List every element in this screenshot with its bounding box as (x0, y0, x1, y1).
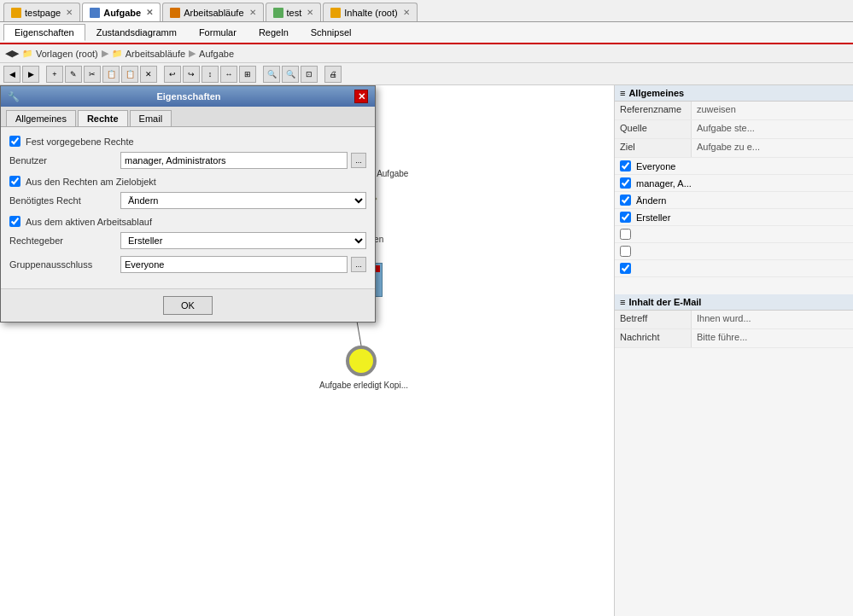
rp-checkbox-everyone[interactable] (620, 160, 631, 171)
tb-btn-8[interactable]: ↩ (164, 66, 181, 83)
tab-inhalte[interactable]: Inhalte (root) ✕ (323, 3, 417, 21)
breadcrumb-aufgabe: Aufgabe (199, 49, 234, 59)
tab-label-aufgabe: Aufgabe (103, 8, 141, 18)
rp-allgemeines-label: Allgemeines (628, 88, 684, 98)
tb-btn-2[interactable]: ▶ (22, 66, 39, 83)
sub-tab-regeln[interactable]: Regeln (248, 24, 300, 41)
fest-rechte-checkbox[interactable] (9, 136, 20, 147)
benutzer-label: Benutzer (9, 155, 120, 166)
rp-inhalt-label: Inhalt der E-Mail (628, 297, 701, 307)
benoetigt-field: Ändern (120, 192, 366, 209)
sub-tab-zustandsdiagramm[interactable]: Zustandsdiagramm (85, 24, 188, 41)
dialog-tab-email[interactable]: Email (130, 110, 172, 126)
tab-arbeitsablaeufe[interactable]: Arbeitsabläufe ✕ (162, 3, 263, 21)
tb-btn-12[interactable]: ⊞ (239, 66, 256, 83)
gruppenausschluss-row: Gruppenausschluss ... (9, 256, 366, 273)
tb-btn-3[interactable]: + (46, 66, 63, 83)
tb-btn-delete[interactable]: ✕ (140, 66, 157, 83)
tab-label-inhalte: Inhalte (root) (344, 8, 397, 18)
tb-btn-1[interactable]: ◀ (3, 66, 20, 83)
breadcrumb-arbeitsablaeufe[interactable]: Arbeitsabläufe (126, 49, 185, 59)
breadcrumb-root[interactable]: Vorlagen (root) (36, 49, 98, 59)
rp-label-ziel: Ziel (615, 139, 692, 157)
tb-btn-zoom-out[interactable]: 🔍 (282, 66, 299, 83)
sub-tab-label-formular: Formular (199, 27, 237, 38)
sub-tab-formular[interactable]: Formular (188, 24, 248, 41)
tab-bar: testpage ✕ Aufgabe ✕ Arbeitsabläufe ✕ te… (0, 0, 853, 22)
canvas[interactable]: Start Aufgabe stellen Aufgabe ausführen … (0, 85, 614, 616)
tb-btn-zoom-fit[interactable]: ⊡ (301, 66, 318, 83)
rp-label-betreff: Betreff (615, 311, 692, 328)
rechtegeber-select[interactable]: Ersteller (120, 232, 366, 249)
tab-close-aufgabe[interactable]: ✕ (146, 8, 153, 17)
dialog-tab-rechte[interactable]: Rechte (78, 110, 128, 126)
tb-btn-4[interactable]: ✎ (65, 66, 82, 83)
tab-testpage[interactable]: testpage ✕ (3, 3, 80, 21)
dialog-tab-label-allgemeines: Allgemeines (15, 113, 67, 124)
sub-tab-eigenschaften[interactable]: Eigenschaften (3, 24, 85, 41)
ok-button[interactable]: OK (163, 296, 213, 315)
benutzer-row: Benutzer ... (9, 152, 366, 169)
tab-close-testpage[interactable]: ✕ (66, 8, 73, 17)
tab-close-inhalte[interactable]: ✕ (403, 8, 410, 17)
rechtegeber-field: Ersteller (120, 232, 366, 249)
tab-aufgabe[interactable]: Aufgabe ✕ (82, 3, 161, 21)
dialog-tab-allgemeines[interactable]: Allgemeines (6, 110, 76, 126)
tb-btn-7[interactable]: 📋 (121, 66, 138, 83)
rp-checkbox-manager[interactable] (620, 177, 631, 189)
rp-row-quelle: Quelle Aufgabe ste... (615, 120, 853, 139)
tab-close-arbeitsablaeufe[interactable]: ✕ (249, 8, 256, 17)
rp-checkbox-label-manager: manager, A... (636, 178, 692, 189)
rp-value-referenzname: zuweisen (692, 102, 853, 119)
rp-label-quelle: Quelle (615, 120, 692, 138)
dialog-title-text: Eigenschaften (156, 91, 220, 102)
aus-aktiven-row: Aus dem aktiven Arbeitsablauf (9, 216, 366, 227)
dialog-close-button[interactable]: ✕ (354, 90, 368, 103)
rp-row-nachricht: Nachricht Bitte führe... (615, 329, 853, 348)
rp-header-icon: ≡ (620, 88, 625, 98)
tb-btn-5[interactable]: ✂ (84, 66, 101, 83)
rp-checkbox-empty2[interactable] (620, 246, 631, 257)
tb-btn-6[interactable]: 📋 (102, 66, 120, 83)
rp-checkbox-aendern[interactable] (620, 195, 631, 206)
aus-aktiven-checkbox[interactable] (9, 216, 20, 227)
fest-rechte-label: Fest vorgegebene Rechte (26, 137, 134, 147)
rp-checkbox-label-ersteller: Ersteller (636, 212, 670, 223)
rp-checkbox-last[interactable] (620, 263, 631, 274)
rechtegeber-row: Rechtegeber Ersteller (9, 232, 366, 249)
sub-tab-label-zustandsdiagramm: Zustandsdiagramm (96, 27, 177, 38)
benutzer-field: ... (120, 152, 366, 169)
tb-btn-9[interactable]: ↪ (183, 66, 200, 83)
gruppenausschluss-label: Gruppenausschluss (9, 259, 120, 270)
aus-rechten-checkbox[interactable] (9, 176, 20, 187)
rp-check-aendern: Ändern (615, 192, 853, 209)
gruppenausschluss-browse-button[interactable]: ... (351, 257, 366, 272)
sub-tab-bar: Eigenschaften Zustandsdiagramm Formular … (0, 22, 853, 44)
rp-checkbox-empty1[interactable] (620, 229, 631, 240)
benoetigt-select[interactable]: Ändern (120, 192, 366, 209)
gruppenausschluss-input[interactable] (120, 256, 348, 273)
tab-close-test[interactable]: ✕ (307, 8, 313, 17)
tab-label-testpage: testpage (25, 8, 61, 18)
rp-check-empty2 (615, 243, 853, 260)
tb-btn-10[interactable]: ↕ (202, 66, 219, 83)
tb-btn-print[interactable]: 🖨 (324, 66, 342, 83)
tb-btn-zoom-in[interactable]: 🔍 (263, 66, 280, 83)
rp-checkbox-ersteller[interactable] (620, 212, 631, 223)
sub-tab-schnipsel[interactable]: Schnipsel (300, 24, 363, 41)
sub-tab-label-regeln: Regeln (259, 27, 289, 38)
right-panel: ≡ Allgemeines Referenzname zuweisen Quel… (614, 85, 853, 616)
rp-check-everyone: Everyone (615, 158, 853, 175)
rp-label-nachricht: Nachricht (615, 329, 692, 347)
dialog-tab-bar: Allgemeines Rechte Email (1, 107, 375, 127)
tb-btn-11[interactable]: ↔ (220, 66, 237, 83)
tab-test[interactable]: test ✕ (266, 3, 322, 21)
benutzer-browse-button[interactable]: ... (351, 153, 366, 168)
breadcrumb: ◀▶ 📁 Vorlagen (root) ▶ 📁 Arbeitsabläufe … (0, 44, 853, 63)
benutzer-input[interactable] (120, 152, 348, 169)
node-end[interactable] (346, 346, 377, 376)
fest-rechte-row: Fest vorgegebene Rechte (9, 136, 366, 147)
rp-label-referenzname: Referenzname (615, 102, 692, 119)
rp-value-ziel: Aufgabe zu e... (692, 139, 853, 157)
aus-rechten-label: Aus den Rechten am Zielobjekt (26, 177, 156, 187)
